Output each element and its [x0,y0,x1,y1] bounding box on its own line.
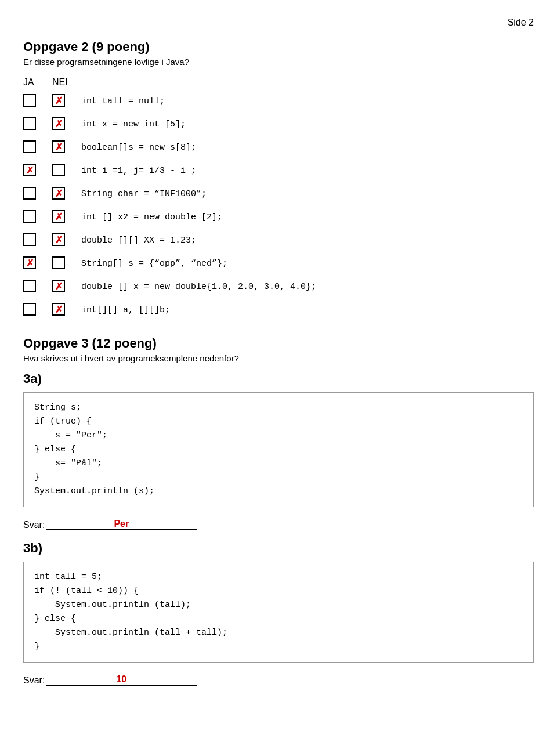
ja-checkbox-8: ✗ [23,256,36,269]
oppgave3a-label: 3a) [23,371,534,386]
oppgave3b-label: 3b) [23,541,534,556]
table-row: □ ✗ String char = “INF1000”; [23,184,534,202]
ja-checkbox-6: □ [23,210,36,223]
code-6: int [] x2 = new double [2]; [81,212,222,222]
table-row: □ ✗ int [] x2 = new double [2]; [23,207,534,226]
oppgave2-subtitle: Er disse programsetningene lovlige i Jav… [23,57,534,67]
code-8: String[] s = {“opp”, “ned”}; [81,259,227,269]
svar-label-3b: Svar: [23,675,45,686]
ja-header: JA [23,77,34,88]
ja-checkbox-2: □ [23,117,36,130]
oppgave3a-code-box: String s; if (true) { s = "Per"; } else … [23,392,534,507]
nei-checkbox-3: ✗ [52,140,65,153]
svar-answer-3b: 10 [116,674,126,685]
nei-checkbox-6: ✗ [52,210,65,223]
oppgave3b-code: int tall = 5; if (! (tall < 10)) { Syste… [34,570,523,654]
code-7: double [][] XX = 1.23; [81,236,196,245]
oppgave3a-svar: Svar: Per [23,518,534,530]
table-row: □ ✗ boolean[]s = new s[8]; [23,138,534,156]
oppgave3b-svar: Svar: 10 [23,673,534,686]
svar-underline-3b: 10 [46,673,197,686]
nei-checkbox-9: ✗ [52,280,65,292]
oppgave3-title: Oppgave 3 (12 poeng) [23,336,534,351]
oppgave3-section: Oppgave 3 (12 poeng) Hva skrives ut i hv… [23,336,534,686]
nei-header: NEI [52,77,68,88]
ja-checkbox-10: □ [23,303,36,316]
ja-checkbox-9: □ [23,280,36,292]
code-10: int[][] a, [][]b; [81,305,170,315]
table-row: □ ✗ double [][] XX = 1.23; [23,230,534,249]
code-2: int x = new int [5]; [81,120,186,129]
oppgave3b-code-box: int tall = 5; if (! (tall < 10)) { Syste… [23,562,534,663]
ja-checkbox-7: □ [23,233,36,246]
nei-checkbox-7: ✗ [52,233,65,246]
table-row: □ ✗ double [] x = new double{1.0, 2.0, 3… [23,277,534,295]
oppgave2-section: Oppgave 2 (9 poeng) Er disse programsetn… [23,39,534,319]
table-row: ✗ □ String[] s = {“opp”, “ned”}; [23,254,534,272]
nei-checkbox-10: ✗ [52,303,65,316]
ja-checkbox-1: □ [23,94,36,107]
nei-checkbox-4: □ [52,164,65,176]
ja-checkbox-4: ✗ [23,164,36,176]
oppgave2-title: Oppgave 2 (9 poeng) [23,39,534,55]
oppgave3a-code: String s; if (true) { s = "Per"; } else … [34,401,523,498]
nei-checkbox-8: □ [52,256,65,269]
svar-label-3a: Svar: [23,520,45,530]
oppgave3-subtitle: Hva skrives ut i hvert av programeksempl… [23,353,534,363]
svar-answer-3a: Per [114,519,129,529]
ja-checkbox-3: □ [23,140,36,153]
page-number: Side 2 [23,17,534,28]
code-3: boolean[]s = new s[8]; [81,143,196,153]
table-row: ✗ □ int i =1, j= i/3 - i ; [23,161,534,179]
table-row: □ ✗ int x = new int [5]; [23,114,534,133]
code-5: String char = “INF1000”; [81,189,207,199]
code-4: int i =1, j= i/3 - i ; [81,166,196,176]
nei-checkbox-1: ✗ [52,94,65,107]
code-9: double [] x = new double{1.0, 2.0, 3.0, … [81,282,316,292]
code-1: int tall = null; [81,96,165,106]
svar-underline-3a: Per [46,518,197,530]
table-row: □ ✗ int[][] a, [][]b; [23,300,534,319]
table-header: JA NEI [23,77,534,88]
nei-checkbox-5: ✗ [52,187,65,200]
table-row: □ ✗ int tall = null; [23,91,534,110]
ja-checkbox-5: □ [23,187,36,200]
nei-checkbox-2: ✗ [52,117,65,130]
